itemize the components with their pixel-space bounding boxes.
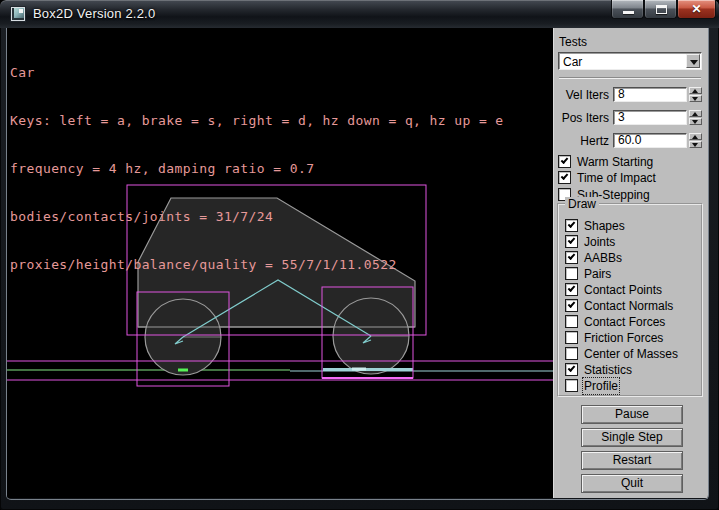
check-icon [568,220,576,228]
spinner-up-icon [692,89,698,93]
window-title: Box2D Version 2.2.0 [33,6,155,21]
close-icon: ✕ [678,2,715,16]
pos-iters-label: Pos Iters [554,111,609,125]
control-panel: Tests Car Vel Iters 8 Pos Iters 3 [553,28,708,498]
checkbox-label: Shapes [584,219,625,233]
checkbox-box[interactable] [565,315,578,328]
checkbox-box[interactable] [565,283,578,296]
simulation-canvas[interactable]: Car Keys: left = a, brake = s, right = d… [7,28,553,498]
hertz-input[interactable]: 60.0 [613,133,687,148]
minimize-button[interactable] [611,0,644,19]
checkbox-box[interactable] [565,251,578,264]
titlebar[interactable]: Box2D Version 2.2.0 ✕ [0,0,719,28]
separator-line [559,77,701,79]
vel-iters-label: Vel Iters [554,88,609,102]
tests-dropdown[interactable]: Car [558,52,702,70]
draw-group-label: Draw [565,197,599,211]
client-area: Car Keys: left = a, brake = s, right = d… [6,28,709,500]
checkbox-box[interactable] [565,363,578,376]
spinner-up-button[interactable] [689,133,702,140]
vel-iters-spinner [689,87,702,102]
spinner-down-icon [692,143,698,147]
check-icon [568,300,576,308]
draw-groupbox: Draw Shapes Joints AABBs Pairs [557,203,703,397]
pos-iters-spinner [689,110,702,125]
spinner-down-button[interactable] [689,141,702,148]
spinner-down-button[interactable] [689,118,702,125]
stats-text-block: Car Keys: left = a, brake = s, right = d… [10,33,504,305]
close-button[interactable]: ✕ [677,0,716,19]
checkbox-box[interactable] [565,379,578,392]
checkbox-label: Time of Impact [577,171,656,185]
dropdown-arrow-icon [690,60,698,65]
checkbox-label: Warm Starting [577,155,653,169]
checkbox-label: Joints [584,235,615,249]
window-controls: ✕ [611,0,716,20]
stats-line: Car [10,65,504,81]
vel-iters-input[interactable]: 8 [613,87,687,102]
spinner-down-button[interactable] [689,95,702,102]
checkbox-label: Contact Points [584,283,662,297]
spinner-up-button[interactable] [689,87,702,94]
checkbox-box[interactable] [565,267,578,280]
checkbox-box[interactable] [565,347,578,360]
quit-button[interactable]: Quit [581,474,683,493]
checkbox-label: Pairs [584,267,611,281]
spinner-up-icon [692,135,698,139]
spinner-up-icon [692,112,698,116]
minimize-icon [623,11,634,14]
check-icon [568,364,576,372]
checkbox-label: Contact Normals [584,299,673,313]
check-icon [561,156,569,164]
check-icon [568,252,576,260]
pos-iters-row: Pos Iters 3 [554,110,709,125]
tests-dropdown-button[interactable] [686,54,700,68]
check-icon [568,284,576,292]
checkbox-box[interactable] [565,235,578,248]
checkbox-box[interactable] [565,219,578,232]
checkbox-box[interactable] [565,331,578,344]
check-icon [568,236,576,244]
app-window: Box2D Version 2.2.0 ✕ [0,0,719,510]
spinner-down-icon [692,97,698,101]
spinner-down-icon [692,120,698,124]
checkbox-box[interactable] [558,171,571,184]
checkbox-label: Profile [584,379,618,393]
app-icon [11,7,25,21]
checkbox-label: Center of Masses [584,347,678,361]
tests-dropdown-value: Car [563,55,582,69]
hertz-spinner [689,133,702,148]
stats-line: proxies/height/balance/quality = 55/7/1/… [10,257,504,273]
pause-button[interactable]: Pause [581,405,683,424]
restart-button[interactable]: Restart [581,451,683,470]
spinner-up-button[interactable] [689,110,702,117]
pos-iters-input[interactable]: 3 [613,110,687,125]
maximize-icon [656,5,667,14]
checkbox-box[interactable] [558,155,571,168]
stats-line: bodies/contacts/joints = 31/7/24 [10,209,504,225]
stats-line: frequency = 4 hz, damping ratio = 0.7 [10,161,504,177]
stats-line: Keys: left = a, brake = s, right = d, hz… [10,113,504,129]
tests-label: Tests [559,35,587,49]
checkbox-label: AABBs [584,251,622,265]
checkbox-label: Contact Forces [584,315,665,329]
maximize-button[interactable] [644,0,677,19]
check-icon [561,172,569,180]
checkbox-box[interactable] [565,299,578,312]
hertz-row: Hertz 60.0 [554,133,709,148]
checkbox-label: Friction Forces [584,331,663,345]
hertz-label: Hertz [554,134,609,148]
vel-iters-row: Vel Iters 8 [554,87,709,102]
single-step-button[interactable]: Single Step [581,428,683,447]
checkbox-label: Statistics [584,363,632,377]
